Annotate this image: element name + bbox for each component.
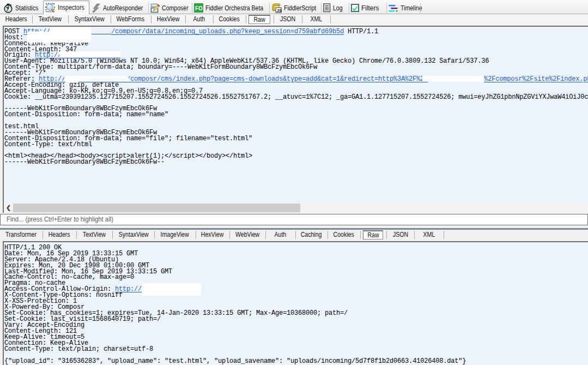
svg-text:JS: JS	[277, 8, 282, 13]
svg-text:FO: FO	[195, 5, 203, 11]
